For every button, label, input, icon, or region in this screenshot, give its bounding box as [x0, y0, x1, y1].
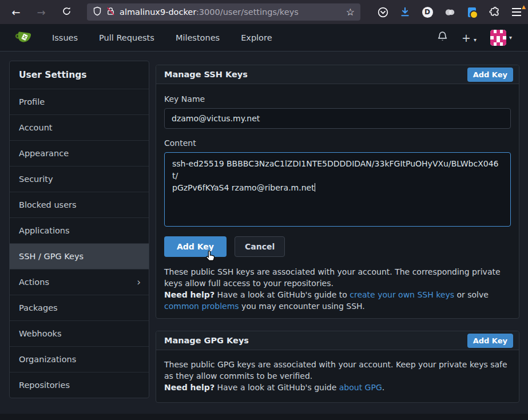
forward-icon: →: [35, 6, 47, 18]
tracking-shield-icon[interactable]: [93, 6, 102, 18]
sidebar-item-account[interactable]: Account: [10, 114, 149, 140]
app-navbar: Issues Pull Requests Milestones Explore …: [0, 24, 528, 51]
cancel-button[interactable]: Cancel: [235, 236, 285, 257]
sidebar-item-organizations[interactable]: Organizations: [10, 346, 149, 372]
extensions-puzzle-icon[interactable]: [489, 6, 500, 18]
ssh-help-line2: Need help? Have a look at GitHub's guide…: [164, 289, 511, 312]
gpg-help-line2: Need help? Have a look at GitHub's guide…: [164, 382, 511, 393]
create-new-dropdown[interactable]: +▾: [462, 31, 477, 44]
browser-extension-icons: D ▲: [377, 0, 522, 24]
user-menu-dropdown[interactable]: ▾: [490, 30, 512, 46]
text-caret: [315, 183, 315, 192]
sidebar-item-ssh-gpg-keys[interactable]: SSH / GPG Keys: [10, 243, 149, 269]
url-host: almalinux9-docker: [120, 7, 196, 17]
ssh-keys-panel: Manage SSH Keys Add Key Key Name Content…: [156, 65, 519, 319]
navbar-item-explore[interactable]: Explore: [241, 33, 272, 42]
gpg-panel-header: Manage GPG Keys Add Key: [156, 331, 519, 350]
sidebar-item-appearance[interactable]: Appearance: [10, 140, 149, 166]
create-ssh-keys-link[interactable]: create your own SSH keys: [350, 290, 454, 299]
notifications-bell-icon[interactable]: [437, 31, 448, 44]
need-help-label: Need help?: [164, 290, 215, 299]
d-extension-icon[interactable]: D: [422, 6, 433, 18]
circles-extension-icon[interactable]: [444, 6, 455, 18]
ssh-panel-header: Manage SSH Keys Add Key: [156, 65, 519, 84]
page-footer: [0, 414, 528, 420]
gpg-help-text: These public GPG keys are associated wit…: [164, 359, 511, 393]
sidebar-title: User Settings: [10, 61, 149, 89]
ssh-add-key-toggle-button[interactable]: Add Key: [467, 68, 513, 82]
gpg-add-key-toggle-button[interactable]: Add Key: [467, 334, 513, 348]
sidebar-item-repositories[interactable]: Repositories: [10, 372, 149, 398]
sidebar-item-packages[interactable]: Packages: [10, 295, 149, 320]
chevron-right-icon: ›: [137, 270, 141, 295]
navbar-right: +▾ ▾: [437, 30, 528, 46]
gpg-panel-body: These public GPG keys are associated wit…: [156, 350, 519, 401]
url-text[interactable]: almalinux9-docker:3000/user/settings/key…: [120, 7, 299, 17]
pocket-icon[interactable]: [377, 6, 388, 18]
key-name-input[interactable]: [164, 108, 511, 129]
back-icon[interactable]: ←: [10, 6, 22, 18]
sidebar-item-applications[interactable]: Applications: [10, 217, 149, 243]
sidebar-item-profile[interactable]: Profile: [10, 89, 149, 114]
browser-toolbar: ← → almalinux9-docker:3000/user/settings…: [0, 0, 528, 24]
sidebar-item-webhooks[interactable]: Webhooks: [10, 320, 149, 346]
sidebar-item-blocked-users[interactable]: Blocked users: [10, 192, 149, 217]
content-label: Content: [164, 138, 511, 148]
sidebar-item-security[interactable]: Security: [10, 166, 149, 192]
navbar-item-milestones[interactable]: Milestones: [176, 33, 220, 42]
navbar-links: Issues Pull Requests Milestones Explore: [52, 33, 272, 42]
url-path: :3000/user/settings/keys: [196, 7, 299, 17]
ssh-panel-title: Manage SSH Keys: [164, 70, 248, 79]
bookmark-star-icon[interactable]: ☆: [346, 6, 355, 18]
url-bar[interactable]: almalinux9-docker:3000/user/settings/key…: [87, 3, 360, 21]
key-name-label: Key Name: [164, 94, 511, 104]
downloads-icon[interactable]: [399, 6, 411, 18]
common-problems-link[interactable]: common problems: [164, 302, 239, 311]
browser-nav-buttons: ← →: [0, 6, 72, 18]
need-help-label: Need help?: [164, 383, 215, 392]
chevron-down-icon: ▾: [509, 34, 512, 41]
form-buttons: Add Key Cancel: [164, 236, 511, 257]
about-gpg-link[interactable]: about GPG: [339, 383, 382, 392]
add-key-submit-button[interactable]: Add Key: [164, 236, 227, 257]
gpg-panel-title: Manage GPG Keys: [164, 336, 249, 345]
document-clock-extension-icon[interactable]: [466, 6, 478, 18]
navbar-item-pull-requests[interactable]: Pull Requests: [99, 33, 154, 42]
gpg-help-line1: These public GPG keys are associated wit…: [164, 359, 511, 382]
key-content-textarea[interactable]: ssh-ed25519 BBBBC3NzaC1lZDI1NTE5DDDDIDAN…: [164, 152, 511, 227]
settings-sidebar: User Settings Profile Account Appearance…: [9, 61, 149, 398]
menu-icon[interactable]: ▲: [511, 6, 522, 18]
chevron-down-icon: ▾: [474, 37, 477, 43]
sidebar-item-actions[interactable]: Actions›: [10, 269, 149, 295]
ssh-help-line1: These public SSH keys are associated wit…: [164, 266, 511, 289]
ssh-help-text: These public SSH keys are associated wit…: [164, 266, 511, 312]
reload-icon[interactable]: [61, 6, 72, 18]
gpg-keys-panel: Manage GPG Keys Add Key These public GPG…: [156, 331, 519, 403]
plus-icon: +: [462, 31, 471, 44]
insecure-lock-icon[interactable]: [106, 6, 115, 18]
gitea-logo-icon[interactable]: [14, 30, 33, 46]
avatar: [490, 30, 506, 46]
ssh-panel-body: Key Name Content ssh-ed25519 BBBBC3NzaC1…: [156, 84, 519, 319]
navbar-item-issues[interactable]: Issues: [52, 33, 78, 42]
menu-alert-badge: ▲: [522, 4, 526, 10]
